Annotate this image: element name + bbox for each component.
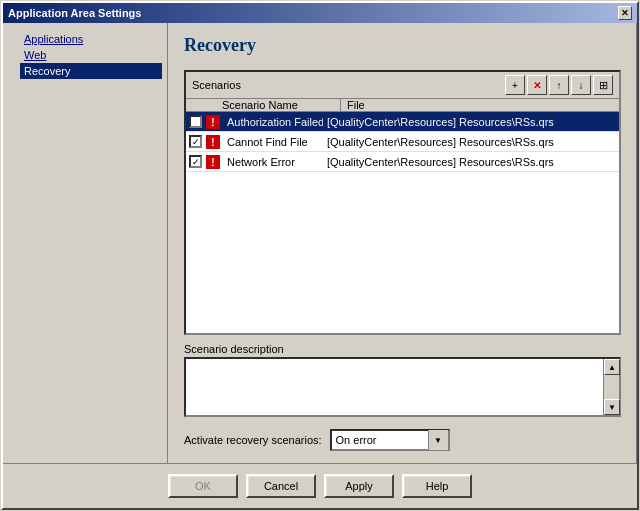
remove-scenario-button[interactable]: ✕: [527, 75, 547, 95]
col-header-file: File: [347, 99, 365, 111]
row-icon-2: !: [205, 134, 221, 150]
svg-text:!: !: [211, 137, 214, 148]
table-header: Scenario Name File: [186, 99, 619, 112]
table-row[interactable]: ✓ ! Authorization Failed [QualityCenter\…: [186, 112, 619, 132]
window-title: Application Area Settings: [8, 7, 141, 19]
activate-section: Activate recovery scenarios: On error ▼: [184, 429, 621, 451]
scroll-down-btn[interactable]: ▼: [604, 399, 620, 415]
svg-text:!: !: [211, 117, 214, 128]
scenarios-label: Scenarios: [192, 79, 241, 91]
ok-button[interactable]: OK: [168, 474, 238, 498]
scenarios-header: Scenarios + ✕ ↑ ↓ ⊞: [186, 72, 619, 99]
sidebar: Applications Web Recovery: [3, 23, 168, 463]
sidebar-tree: Applications Web Recovery: [12, 31, 162, 79]
help-button[interactable]: Help: [402, 474, 472, 498]
dropdown-arrow-icon[interactable]: ▼: [428, 430, 448, 450]
row-icon-3: !: [205, 154, 221, 170]
row-checkbox-3[interactable]: ✓: [189, 155, 202, 168]
page-title: Recovery: [184, 35, 621, 56]
col-header-name: Scenario Name: [222, 99, 298, 111]
scroll-up-btn[interactable]: ▲: [604, 359, 620, 375]
svg-text:!: !: [211, 157, 214, 168]
scenario-table: Scenario Name File ✓: [186, 99, 619, 333]
remove-icon: ✕: [533, 80, 541, 91]
row-name-1: Authorization Failed: [223, 114, 323, 130]
apply-button[interactable]: Apply: [324, 474, 394, 498]
window-body: Applications Web Recovery Recovery Scena…: [3, 23, 637, 463]
main-content: Recovery Scenarios + ✕ ↑ ↓ ⊞: [168, 23, 637, 463]
properties-icon: ⊞: [599, 79, 608, 92]
add-scenario-button[interactable]: +: [505, 75, 525, 95]
scroll-track: [604, 375, 619, 399]
scenarios-panel: Scenarios + ✕ ↑ ↓ ⊞: [184, 70, 621, 335]
sidebar-item-applications[interactable]: Applications: [20, 31, 162, 47]
row-icon-1: !: [205, 114, 221, 130]
move-up-button[interactable]: ↑: [549, 75, 569, 95]
table-rows: ✓ ! Authorization Failed [QualityCenter\…: [186, 112, 619, 172]
move-down-button[interactable]: ↓: [571, 75, 591, 95]
description-box[interactable]: ▲ ▼: [184, 357, 621, 417]
row-file-1: [QualityCenter\Resources] Resources\RSs.…: [323, 114, 619, 130]
description-scrollbar: ▲ ▼: [603, 359, 619, 415]
table-row[interactable]: ✓ ! Network Error [QualityCenter\Resourc…: [186, 152, 619, 172]
cancel-button[interactable]: Cancel: [246, 474, 316, 498]
row-checkbox-1[interactable]: ✓: [189, 115, 202, 128]
row-name-2: Cannot Find File: [223, 134, 323, 150]
sidebar-item-web[interactable]: Web: [20, 47, 162, 63]
description-section: Scenario description ▲ ▼: [184, 343, 621, 417]
table-row[interactable]: ✓ ! Cannot Find File [QualityCenter\Reso…: [186, 132, 619, 152]
title-bar: Application Area Settings ✕: [3, 3, 637, 23]
scenarios-toolbar: + ✕ ↑ ↓ ⊞: [505, 75, 613, 95]
bottom-buttons: OK Cancel Apply Help: [3, 463, 637, 508]
row-checkbox-2[interactable]: ✓: [189, 135, 202, 148]
activate-dropdown[interactable]: On error ▼: [330, 429, 450, 451]
row-file-2: [QualityCenter\Resources] Resources\RSs.…: [323, 134, 619, 150]
activate-label: Activate recovery scenarios:: [184, 434, 322, 446]
activate-value: On error: [332, 434, 428, 446]
row-file-3: [QualityCenter\Resources] Resources\RSs.…: [323, 154, 619, 170]
row-name-3: Network Error: [223, 154, 323, 170]
close-button[interactable]: ✕: [618, 6, 632, 20]
main-window: Application Area Settings ✕ Applications…: [1, 1, 639, 510]
properties-button[interactable]: ⊞: [593, 75, 613, 95]
description-label: Scenario description: [184, 343, 621, 355]
sidebar-item-recovery[interactable]: Recovery: [20, 63, 162, 79]
